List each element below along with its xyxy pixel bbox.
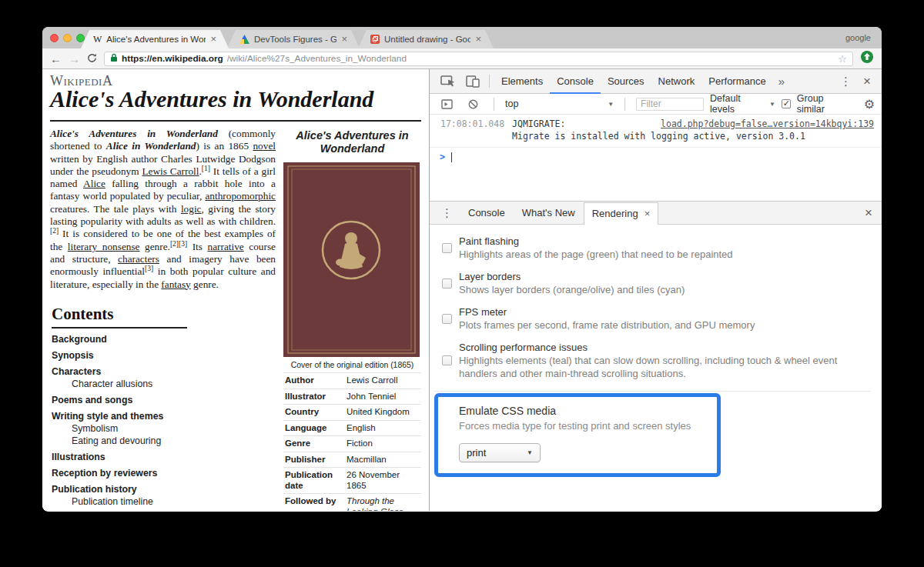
toc-item[interactable]: Characters [52,366,187,377]
css-media-value: print [467,447,486,459]
devtools-panel: ElementsConsoleSourcesNetworkPerformance… [429,69,882,511]
article-link[interactable]: narrative [207,241,243,252]
drawer-tab-rendering[interactable]: Rendering× [584,202,659,225]
profile-name[interactable]: google [845,33,871,42]
infobox-row-label: Genre [285,439,346,449]
chevron-down-icon: ▼ [769,101,775,108]
console-settings-gear-icon[interactable]: ⚙ [864,97,875,112]
devtools-tab-bar: ElementsConsoleSourcesNetworkPerformance… [430,69,882,94]
infobox-row-label: Country [285,407,346,418]
console-prompt[interactable]: > [430,148,882,166]
bookmark-star-icon[interactable]: ☆ [838,53,847,65]
device-toolbar-icon[interactable] [461,75,484,88]
article-title: Alice's Adventures in Wonderland [50,86,373,112]
toc-item[interactable]: Publication history [52,484,187,495]
article-link[interactable]: Lewis Carroll [142,165,199,177]
infobox-title: Alice's Adventures in Wonderland [283,129,421,155]
tab-close-icon[interactable]: × [475,35,481,43]
execution-context-selector[interactable]: top ▼ [505,98,614,109]
rendering-option: Scrolling performance issuesHighlights e… [442,341,874,380]
devtools-tab-elements[interactable]: Elements [494,69,550,94]
infobox-row: AuthorLewis Carroll [283,372,421,389]
toc-item[interactable]: Publication timeline [52,496,187,507]
article-link[interactable]: logic [181,203,202,215]
option-text: Layer bordersShows layer borders (orange… [459,270,685,296]
address-bar[interactable]: https://en.wikipedia.org /wiki/Alice%27s… [104,52,853,66]
infobox-row: PublisherMacmillan [283,452,421,468]
option-label: Layer borders [459,270,685,283]
log-source-link[interactable]: load.php?debug=false…version=14kbqyi:139 [661,118,874,131]
css-media-select[interactable]: print ▼ [459,443,541,462]
infobox-row: LanguageEnglish [283,420,421,436]
toc-item[interactable]: Reception by reviewers [52,468,187,479]
option-checkbox[interactable] [442,243,452,253]
browser-tab[interactable]: Untitled drawing - Google Dra× [358,30,494,48]
toc-item[interactable]: Writing style and themes [52,411,187,422]
article-link[interactable]: anthropomorphic [205,190,276,202]
tab-title: Alice's Adventures in Wonderla [106,35,206,44]
rendering-option: Layer bordersShows layer borders (orange… [442,270,874,296]
book-infobox: Alice's Adventures in Wonderland Cover o… [283,129,421,511]
drawer-menu-icon[interactable]: ⋮ [434,206,460,220]
url-host: https://en.wikipedia.org [122,53,223,64]
drawer-close-icon[interactable]: × [860,205,877,221]
rendering-option: FPS meterPlots frames per second, frame … [442,305,874,332]
tab-close-icon[interactable]: × [341,35,347,43]
extension-icon[interactable] [860,50,874,67]
drawer-tab-close-icon[interactable]: × [644,208,651,219]
toc-item[interactable]: Background [52,334,187,345]
toc-item[interactable]: Eating and devouring [52,435,187,446]
text-cursor [451,152,452,162]
console-sidebar-icon[interactable] [437,99,457,109]
drawer-tabs: ConsoleWhat's NewRendering× [460,202,658,224]
article-link[interactable]: Alice [83,178,105,189]
devtools-drawer: ⋮ ConsoleWhat's NewRendering× × Paint fl… [430,201,882,511]
toc-item[interactable]: Poems and songs [52,395,187,405]
devtools-tab-sources[interactable]: Sources [601,69,651,94]
toc-item[interactable]: Synopsis [52,350,187,361]
section-divider [434,391,871,392]
infobox-row: CountryUnited Kingdom [283,404,421,420]
group-similar-checkbox[interactable] [782,99,791,108]
devtools-tab-console[interactable]: Console [550,69,601,94]
toc-item[interactable]: Character allusions [52,379,187,389]
drawer-tab-console[interactable]: Console [460,207,514,218]
infobox-row-label: Language [285,423,346,434]
inspect-element-icon[interactable] [436,75,461,87]
console-filter-input[interactable] [636,98,704,111]
option-checkbox[interactable] [442,314,452,324]
log-timestamp: 17:08:01.048 [440,118,504,131]
article-link[interactable]: fantasy [161,278,190,290]
browser-tab[interactable]: WAlice's Adventures in Wonderla× [81,30,229,48]
toc-item[interactable]: Symbolism [52,423,187,434]
emulate-css-media-description: Forces media type for testing print and … [459,420,709,432]
context-value: top [505,98,518,109]
more-tabs-icon[interactable]: » [773,75,790,88]
emulate-css-media-section: Emulate CSS media Forces media type for … [434,393,721,477]
toc-item[interactable]: Illustrations [52,452,187,462]
devtools-tab-network[interactable]: Network [651,69,702,94]
refresh-icon[interactable] [87,53,97,65]
option-checkbox[interactable] [442,278,452,289]
devtools-menu-icon[interactable]: ⋮ [833,75,859,88]
clear-console-icon[interactable] [464,99,483,109]
article-link[interactable]: characters [118,253,159,265]
toolbar-divider [489,75,490,88]
group-similar-label: Group similar [797,93,852,115]
article-link[interactable]: novel [253,140,276,152]
browser-tab[interactable]: DevTools Figures - Google Dri× [227,30,360,48]
back-icon[interactable]: ← [50,53,62,65]
toolbar-divider [624,98,625,111]
wikipedia-favicon: W [93,34,102,45]
infobox-row-label: Publication date [285,470,346,491]
log-levels-selector[interactable]: Default levels ▼ [710,93,775,115]
infobox-row-label: Followed by [285,496,346,511]
option-checkbox[interactable] [442,355,452,365]
forward-icon: → [69,53,80,65]
devtools-tab-performance[interactable]: Performance [701,69,772,94]
tab-close-icon[interactable]: × [210,35,216,43]
drawer-tab-what-s-new[interactable]: What's New [514,207,584,218]
article-link[interactable]: literary nonsense [68,241,140,252]
devtools-close-icon[interactable]: × [859,74,875,89]
infobox-row-value: Lewis Carroll [346,375,420,386]
